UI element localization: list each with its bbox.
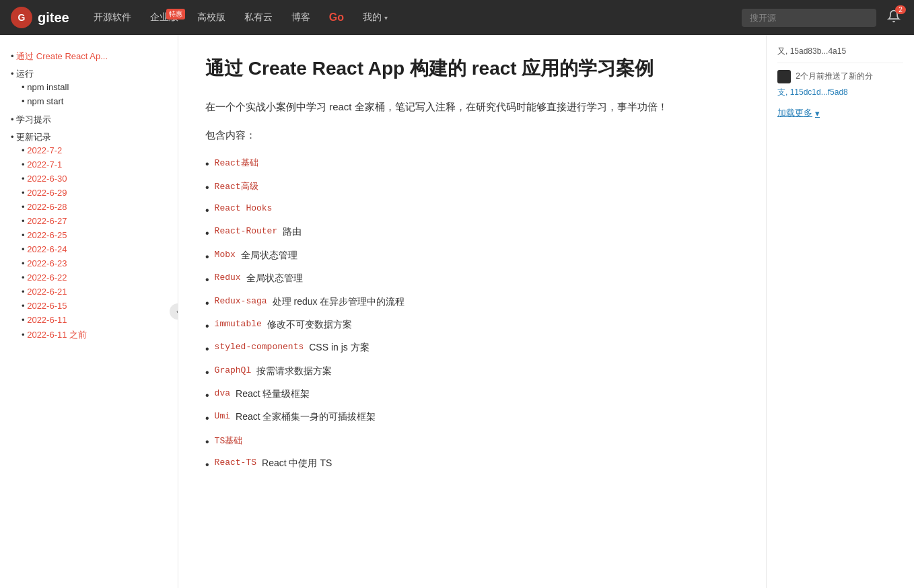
page-description: 在一个个实战小案例中学习 react 全家桶，笔记写入注释，在研究代码时能够直接… — [205, 98, 739, 116]
list-item-mobx: Mobx 全局状态管理 — [205, 246, 739, 268]
mine-arrow-icon: ▾ — [384, 14, 388, 22]
right-top-text: 又, 15ad83b...4a15 — [777, 46, 846, 56]
sidebar-item-npm-install: npm install — [22, 80, 167, 94]
list-item-umi: Umi React 全家桶集一身的可插拔框架 — [205, 407, 739, 430]
sidebar-nav-list: 通过 Create React Ap... 运行 npm install npm… — [11, 48, 167, 345]
sidebar-item-2022-7-1[interactable]: 2022-7-1 — [22, 157, 167, 172]
item-text-dva: React 轻量级框架 — [236, 388, 310, 400]
list-item-immutable: immutable 修改不可变数据方案 — [205, 315, 739, 338]
navbar-logo[interactable]: G gitee — [11, 7, 69, 28]
item-text-styled-components: CSS in js 方案 — [309, 342, 369, 354]
commit-avatar — [777, 70, 791, 83]
item-text-react-ts: React 中使用 TS — [262, 457, 332, 470]
item-code-redux: Redux — [215, 272, 241, 283]
sidebar-changelog-children: 2022-7-2 2022-7-1 2022-6-30 2022-6-29 20… — [11, 143, 167, 343]
navbar-right: 2 — [742, 7, 903, 29]
item-code-graphql: GraphQl — [215, 365, 252, 375]
item-text-redux-saga: 处理 redux 在异步管理中的流程 — [273, 296, 405, 308]
page-title: 通过 Create React App 构建的 react 应用的学习案例 — [205, 55, 739, 81]
sidebar: ‹ 通过 Create React Ap... 运行 npm install n… — [0, 35, 178, 588]
list-item-dva: dva React 轻量级框架 — [205, 384, 739, 407]
sidebar-item-2022-6-28[interactable]: 2022-6-28 — [22, 200, 167, 214]
logo-text: gitee — [38, 10, 69, 26]
nav-private-cloud[interactable]: 私有云 — [236, 7, 281, 28]
sidebar-item-2022-6-27[interactable]: 2022-6-27 — [22, 214, 167, 228]
sidebar-item-npm-start: npm start — [22, 94, 167, 108]
item-code-styled-components: styled-components — [215, 342, 304, 352]
sidebar-item-study-tips: 学习提示 — [11, 112, 167, 128]
list-item-react-ts: React-TS React 中使用 TS — [205, 453, 739, 476]
list-item-redux-saga: Redux-saga 处理 redux 在异步管理中的流程 — [205, 292, 739, 315]
item-code-react-basic: React基础 — [215, 157, 258, 169]
sidebar-item-2022-6-23[interactable]: 2022-6-23 — [22, 256, 167, 270]
search-input[interactable] — [742, 9, 876, 27]
content-list: React基础 React高级 React Hooks React-Router… — [205, 153, 739, 476]
enterprise-badge: 特惠 — [166, 9, 185, 20]
commit-text: 2个月前推送了新的分 — [777, 70, 903, 83]
sidebar-item-changelog: 更新记录 2022-7-2 2022-7-1 2022-6-30 2022-6-… — [11, 129, 167, 345]
item-code-react-advanced: React高级 — [215, 180, 258, 192]
item-code-react-router: React-Router — [215, 226, 278, 236]
sidebar-item-2022-6-21[interactable]: 2022-6-21 — [22, 285, 167, 299]
nav-university[interactable]: 高校版 — [189, 7, 234, 28]
item-text-react-router: 路由 — [283, 226, 302, 238]
item-code-redux-saga: Redux-saga — [215, 296, 267, 306]
list-item-react-hooks: React Hooks — [205, 199, 739, 222]
nav-mine[interactable]: 我的 ▾ — [355, 7, 396, 28]
item-code-ts-basic: TS基础 — [215, 435, 243, 447]
list-item-react-router: React-Router 路由 — [205, 222, 739, 245]
list-item-redux: Redux 全局状态管理 — [205, 268, 739, 291]
main-content: 通过 Create React App 构建的 react 应用的学习案例 在一… — [178, 35, 766, 588]
right-top-bar: 又, 15ad83b...4a15 — [777, 46, 903, 63]
load-more-button[interactable]: 加载更多 ▾ — [777, 107, 903, 119]
sidebar-item-2022-7-2[interactable]: 2022-7-2 — [22, 143, 167, 157]
sidebar-item-main: 通过 Create React Ap... — [11, 48, 167, 65]
item-code-react-hooks: React Hooks — [215, 203, 273, 213]
item-code-mobx: Mobx — [215, 250, 236, 260]
navbar: G gitee 开源软件 企业版 特惠 高校版 私有云 博客 Go 我的 ▾ 2 — [0, 0, 914, 35]
gitee-logo-icon: G — [11, 7, 32, 28]
item-code-umi: Umi — [215, 411, 230, 421]
load-more-label: 加载更多 — [777, 107, 812, 119]
item-code-react-ts: React-TS — [215, 457, 256, 468]
sidebar-item-2022-6-30[interactable]: 2022-6-30 — [22, 172, 167, 186]
list-item-styled-components: styled-components CSS in js 方案 — [205, 338, 739, 361]
sidebar-link-create-react-app[interactable]: 通过 Create React Ap... — [16, 51, 108, 61]
sidebar-item-2022-6-11-before[interactable]: 2022-6-11 之前 — [22, 327, 167, 343]
commit-detail-text: 支, 115dc1d...f5ad8 — [777, 86, 903, 99]
item-text-immutable: 修改不可变数据方案 — [267, 319, 352, 331]
list-item-ts-basic: TS基础 — [205, 431, 739, 453]
contains-label: 包含内容： — [205, 129, 739, 142]
sidebar-item-run: 运行 npm install npm start — [11, 66, 167, 110]
sidebar-item-2022-6-22[interactable]: 2022-6-22 — [22, 270, 167, 285]
sidebar-item-2022-6-11[interactable]: 2022-6-11 — [22, 313, 167, 327]
notification-badge: 2 — [895, 5, 906, 14]
item-text-redux: 全局状态管理 — [246, 272, 303, 285]
list-item-react-basic: React基础 — [205, 153, 739, 176]
sidebar-item-2022-6-29[interactable]: 2022-6-29 — [22, 186, 167, 200]
item-text-umi: React 全家桶集一身的可插拔框架 — [236, 411, 376, 423]
sidebar-item-2022-6-24[interactable]: 2022-6-24 — [22, 242, 167, 256]
nav-open-source[interactable]: 开源软件 — [85, 7, 139, 28]
sidebar-item-2022-6-15[interactable]: 2022-6-15 — [22, 299, 167, 313]
item-code-dva: dva — [215, 388, 230, 398]
sidebar-item-2022-6-25[interactable]: 2022-6-25 — [22, 228, 167, 242]
item-text-graphql: 按需请求数据方案 — [256, 365, 332, 377]
list-item-react-advanced: React高级 — [205, 176, 739, 199]
list-item-graphql: GraphQl 按需请求数据方案 — [205, 361, 739, 384]
navbar-nav: 开源软件 企业版 特惠 高校版 私有云 博客 Go 我的 ▾ — [85, 7, 742, 28]
sidebar-run-children: npm install npm start — [11, 80, 167, 108]
nav-blog[interactable]: 博客 — [283, 7, 318, 28]
nav-enterprise[interactable]: 企业版 特惠 — [142, 7, 186, 28]
item-text-mobx: 全局状态管理 — [241, 250, 297, 262]
right-sidebar: 又, 15ad83b...4a15 2个月前推送了新的分 支, 115dc1d.… — [766, 35, 914, 588]
notification-button[interactable]: 2 — [884, 7, 903, 29]
page-wrapper: ‹ 通过 Create React Ap... 运行 npm install n… — [0, 35, 914, 588]
nav-go[interactable]: Go — [321, 7, 352, 28]
load-more-arrow-icon: ▾ — [815, 108, 820, 118]
item-code-immutable: immutable — [215, 319, 262, 329]
sidebar-toggle[interactable]: ‹ — [170, 303, 178, 320]
commit-detail-link[interactable]: 支, 115dc1d...f5ad8 — [777, 87, 848, 97]
